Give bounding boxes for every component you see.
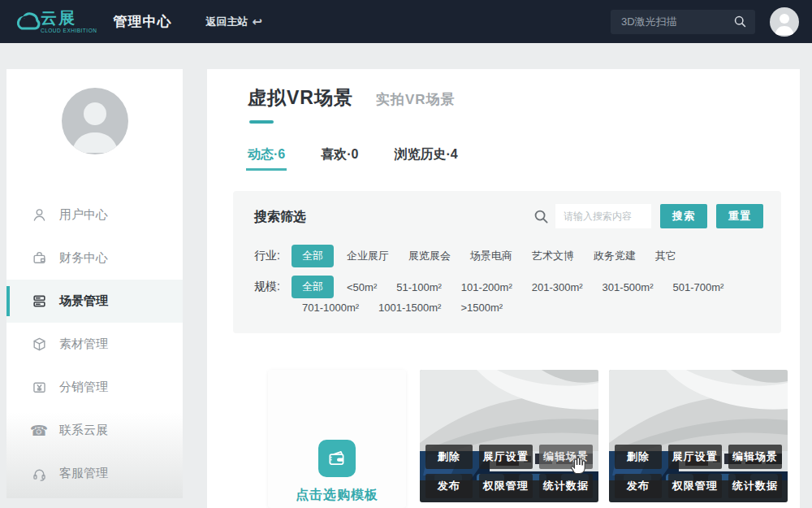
search-icon (533, 209, 549, 224)
delete-button[interactable]: 删除 (615, 445, 662, 469)
logo-subtext: CLOUD EXHIBITION (41, 28, 97, 33)
permissions-button[interactable]: 权限管理 (479, 474, 533, 498)
scale-option[interactable]: 101-200m² (461, 281, 512, 293)
publish-button[interactable]: 发布 (615, 474, 662, 498)
wallet-icon (318, 440, 356, 477)
industry-option[interactable]: 艺术文博 (532, 249, 574, 263)
permissions-button[interactable]: 权限管理 (668, 474, 722, 498)
scale-option[interactable]: 201-300m² (532, 281, 583, 293)
top-navbar: 云展 CLOUD EXHIBITION 管理中心 返回主站 ↩ (0, 0, 812, 43)
scale-option[interactable]: 1001-1500m² (378, 302, 441, 314)
edit-scene-button[interactable]: 编辑场景 (539, 445, 593, 469)
industry-option[interactable]: 其它 (655, 249, 676, 263)
industry-all-chip[interactable]: 全部 (292, 245, 334, 267)
tab-history[interactable]: 浏览历史·4 (394, 146, 457, 171)
scale-option[interactable]: 51-100m² (396, 281, 442, 293)
statistics-button[interactable]: 统计数据 (728, 474, 782, 498)
scene-actions-overlay: 删除 展厅设置 编辑场景 发布 权限管理 统计数据 (615, 445, 782, 498)
sidebar-item-contact-cloud[interactable]: ☎ 联系云展 (6, 409, 183, 452)
scene-card[interactable]: 删除 展厅设置 编辑场景 发布 权限管理 统计数据 (609, 370, 788, 502)
sidebar-item-distribution-management[interactable]: 分销管理 (6, 366, 183, 409)
delete-button[interactable]: 删除 (425, 445, 473, 469)
scale-filter-row-2: 701-1000m² 1001-1500m² >1500m² (302, 302, 522, 314)
sidebar-item-customer-service[interactable]: 客服管理 (6, 452, 183, 495)
tab-real-vr[interactable]: 实拍VR场景 (376, 90, 456, 109)
reset-button[interactable]: 重置 (716, 204, 763, 228)
scale-all-chip[interactable]: 全部 (292, 276, 334, 298)
statistics-button[interactable]: 统计数据 (539, 474, 593, 498)
scale-label: 规模: (254, 280, 292, 294)
hall-settings-button[interactable]: 展厅设置 (479, 445, 533, 469)
logo-text: 云展 (41, 10, 97, 26)
profile-avatar[interactable] (62, 88, 128, 154)
distribution-icon (31, 380, 47, 396)
industry-option[interactable]: 场景电商 (470, 249, 512, 263)
return-arrow-icon: ↩ (252, 15, 262, 29)
filter-title: 搜索筛选 (254, 209, 306, 226)
industry-filter-row: 行业: 全部 企业展厅 展览展会 场景电商 艺术文博 政务党建 其它 (254, 245, 696, 267)
scene-actions-overlay: 删除 展厅设置 编辑场景 发布 权限管理 统计数据 (425, 445, 593, 498)
scale-option[interactable]: <50m² (347, 281, 377, 293)
page-title: 管理中心 (113, 12, 171, 31)
buy-template-card[interactable]: 点击选购模板 (268, 370, 406, 508)
sidebar-item-scene-management[interactable]: 场景管理 (6, 280, 183, 323)
phone-icon: ☎ (31, 423, 47, 439)
sidebar: 用户中心 财务中心 场景管理 素材管理 分销管理 (6, 69, 183, 498)
finance-icon (31, 250, 47, 267)
sidebar-item-user-center[interactable]: 用户中心 (6, 193, 183, 237)
industry-option[interactable]: 企业展厅 (347, 249, 389, 263)
publish-button[interactable]: 发布 (425, 474, 473, 498)
scale-filter-row: 规模: 全部 <50m² 51-100m² 101-200m² 201-300m… (254, 276, 743, 298)
filter-search-input[interactable] (555, 204, 651, 228)
industry-label: 行业: (254, 249, 292, 263)
buy-template-label: 点击选购模板 (296, 487, 378, 504)
sidebar-menu: 用户中心 财务中心 场景管理 素材管理 分销管理 (6, 193, 183, 495)
edit-scene-button[interactable]: 编辑场景 (728, 445, 782, 469)
scene-card[interactable]: 删除 展厅设置 编辑场景 发布 权限管理 统计数据 (420, 370, 598, 502)
navbar-search-box[interactable] (611, 10, 755, 34)
scale-option[interactable]: >1500m² (460, 302, 503, 314)
material-icon (31, 336, 47, 353)
search-filter-panel: 搜索筛选 搜索 重置 行业: 全部 企业展厅 展览展会 场景电商 艺术文博 政务… (233, 191, 781, 333)
user-icon (31, 207, 47, 224)
search-button[interactable]: 搜索 (660, 204, 707, 228)
avatar-silhouette-icon (62, 88, 128, 154)
sidebar-item-material-management[interactable]: 素材管理 (6, 323, 183, 366)
hall-settings-button[interactable]: 展厅设置 (668, 445, 722, 469)
app-logo[interactable]: 云展 CLOUD EXHIBITION (13, 8, 97, 36)
active-tab-underline (249, 120, 274, 124)
tab-dynamic[interactable]: 动态·6 (248, 146, 285, 171)
sub-tabs: 动态·6 喜欢·0 浏览历史·4 (248, 146, 494, 171)
industry-option[interactable]: 政务党建 (594, 249, 636, 263)
tab-virtual-vr[interactable]: 虚拟VR场景 (248, 85, 353, 111)
navbar-search-input[interactable] (621, 15, 733, 28)
avatar-silhouette-icon (770, 7, 799, 37)
industry-option[interactable]: 展览展会 (408, 249, 451, 263)
main-content: 虚拟VR场景 实拍VR场景 动态·6 喜欢·0 浏览历史·4 搜索筛选 搜索 重… (207, 69, 800, 508)
headset-icon (31, 466, 47, 482)
scale-option[interactable]: 301-500m² (603, 281, 654, 293)
scale-option[interactable]: 701-1000m² (302, 302, 359, 314)
back-to-site-link[interactable]: 返回主站 ↩ (205, 15, 262, 29)
user-avatar[interactable] (770, 7, 799, 37)
search-icon[interactable] (733, 15, 747, 28)
scene-icon (31, 293, 47, 310)
scale-option[interactable]: 501-700m² (672, 281, 723, 293)
tab-likes[interactable]: 喜欢·0 (321, 146, 358, 171)
sidebar-item-finance-center[interactable]: 财务中心 (6, 237, 183, 280)
